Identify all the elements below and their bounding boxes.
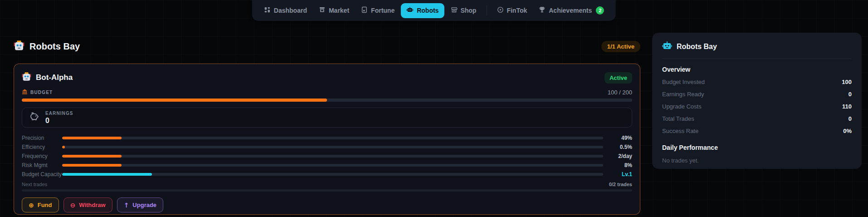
budget-progress-fill <box>22 99 327 102</box>
upgrade-button-label: Upgrade <box>132 202 156 208</box>
stat-row-budget-capacity: Budget Capacity Lv.1 <box>22 170 632 179</box>
overview-rows: Budget Invested 100 Earnings Ready 0 Upg… <box>662 79 852 134</box>
nav-label: FinTok <box>507 7 527 14</box>
panel-title: Robots Bay <box>677 43 717 51</box>
nav-label: Fortune <box>371 7 395 14</box>
piggy-bank-icon <box>29 111 39 124</box>
stat-bar-fill <box>62 164 122 167</box>
stat-bar <box>62 137 603 139</box>
fortune-icon <box>361 6 368 15</box>
achievements-count-badge: 2 <box>596 6 604 15</box>
budget-label: Budget <box>22 89 53 96</box>
page-title: Robots Bay <box>14 40 80 53</box>
fund-button[interactable]: ⊕ Fund <box>22 197 59 212</box>
next-trades-label: Next trades <box>22 182 47 187</box>
row-label: Upgrade Costs <box>662 103 702 110</box>
page-header: Robots Bay 1/1 Active <box>14 36 640 56</box>
upgrade-button[interactable]: ↑ Upgrade <box>117 197 163 212</box>
next-trades: Next trades 0/2 trades <box>22 182 632 192</box>
stat-bar-fill <box>62 173 152 176</box>
earnings-label: EARNINGS <box>45 111 73 116</box>
nav-item-robots[interactable]: Robots <box>401 3 444 18</box>
robot-icon <box>662 41 672 53</box>
robot-emoji-icon <box>22 72 31 84</box>
stat-bar-fill <box>62 146 65 148</box>
row-value: 110 <box>842 103 852 110</box>
bot-card: Bot-Alpha Active Budget 100 / 200 EARNIN… <box>14 64 640 215</box>
stat-value: 8% <box>607 162 632 168</box>
row-label: Budget Invested <box>662 79 705 85</box>
panel-header: Robots Bay <box>662 41 852 59</box>
stat-bar <box>62 164 603 167</box>
shop-icon <box>450 6 457 15</box>
withdraw-button-label: Withdraw <box>79 202 105 208</box>
stat-value: 49% <box>607 135 632 141</box>
nav-item-fortune[interactable]: Fortune <box>356 3 400 18</box>
overview-row-success-rate: Success Rate 0% <box>662 128 852 134</box>
stat-bar <box>62 173 603 176</box>
market-icon <box>319 6 326 15</box>
bot-name-text: Bot-Alpha <box>36 73 73 82</box>
stat-row-efficiency: Efficiency 0.5% <box>22 143 632 152</box>
stat-bar-fill <box>62 155 122 158</box>
robot-emoji-icon <box>14 40 24 53</box>
budget-label-text: Budget <box>30 90 53 95</box>
fund-button-label: Fund <box>38 202 52 208</box>
play-circle-icon <box>497 6 503 15</box>
overview-heading: Overview <box>662 66 852 73</box>
overview-row-budget-invested: Budget Invested 100 <box>662 79 852 85</box>
daily-performance-empty: No trades yet. <box>662 157 852 164</box>
stat-row-precision: Precision 49% <box>22 133 632 143</box>
bot-status-badge: Active <box>605 72 632 84</box>
nav-item-market[interactable]: Market <box>313 3 355 18</box>
robots-bay-main: Robots Bay 1/1 Active Bot-Alpha Active B… <box>14 36 640 215</box>
row-label: Total Trades <box>662 115 694 122</box>
bot-name: Bot-Alpha <box>22 72 73 84</box>
robots-bay-summary-panel: Robots Bay Overview Budget Invested 100 … <box>652 33 862 169</box>
top-nav: Dashboard Market Fortune Robots Shop Fin… <box>252 0 616 21</box>
nav-item-achievements[interactable]: Achievements 2 <box>533 3 610 18</box>
bot-actions: ⊕ Fund ⊖ Withdraw ↑ Upgrade <box>22 197 632 212</box>
nav-label: Achievements <box>549 7 592 14</box>
nav-label: Shop <box>460 7 476 14</box>
row-value: 0 <box>848 115 852 122</box>
budget-value: 100 / 200 <box>608 89 632 96</box>
next-trades-bar <box>22 189 632 192</box>
withdraw-button[interactable]: ⊖ Withdraw <box>63 197 112 212</box>
bank-icon <box>22 89 28 96</box>
bot-card-header: Bot-Alpha Active <box>22 70 632 85</box>
stat-bar-fill <box>62 137 122 139</box>
stat-bar <box>62 155 603 158</box>
dashboard-icon <box>264 6 271 15</box>
nav-item-shop[interactable]: Shop <box>445 3 482 18</box>
budget-progress-bar <box>22 99 632 102</box>
stat-value: 2/day <box>607 153 632 159</box>
row-value: 100 <box>842 79 852 85</box>
row-value: 0% <box>843 128 852 134</box>
row-value: 0 <box>848 91 852 98</box>
nav-label: Dashboard <box>274 7 307 14</box>
stat-label: Efficiency <box>22 144 62 150</box>
earnings-text: EARNINGS 0 <box>45 111 73 125</box>
trophy-icon <box>539 6 546 15</box>
overview-row-total-trades: Total Trades 0 <box>662 115 852 122</box>
stat-label: Risk Mgmt <box>22 162 62 168</box>
nav-label: Market <box>329 7 349 14</box>
page-title-text: Robots Bay <box>29 41 80 52</box>
row-label: Earnings Ready <box>662 91 704 98</box>
nav-label: Robots <box>417 7 439 14</box>
budget-row: Budget 100 / 200 <box>22 89 632 96</box>
stat-row-risk-mgmt: Risk Mgmt 8% <box>22 161 632 170</box>
overview-row-upgrade-costs: Upgrade Costs 110 <box>662 103 852 110</box>
stat-value: 0.5% <box>607 144 632 150</box>
plus-circle-icon: ⊕ <box>29 202 34 208</box>
earnings-box: EARNINGS 0 <box>22 108 632 128</box>
arrow-up-icon: ↑ <box>124 202 129 208</box>
daily-performance-heading: Daily Performance <box>662 144 852 151</box>
stat-label: Budget Capacity <box>22 171 62 178</box>
stat-label: Frequency <box>22 153 62 159</box>
nav-item-fintok[interactable]: FinTok <box>491 3 532 18</box>
stat-row-frequency: Frequency 2/day <box>22 152 632 161</box>
next-trades-value: 0/2 trades <box>609 182 632 187</box>
nav-item-dashboard[interactable]: Dashboard <box>258 3 312 18</box>
